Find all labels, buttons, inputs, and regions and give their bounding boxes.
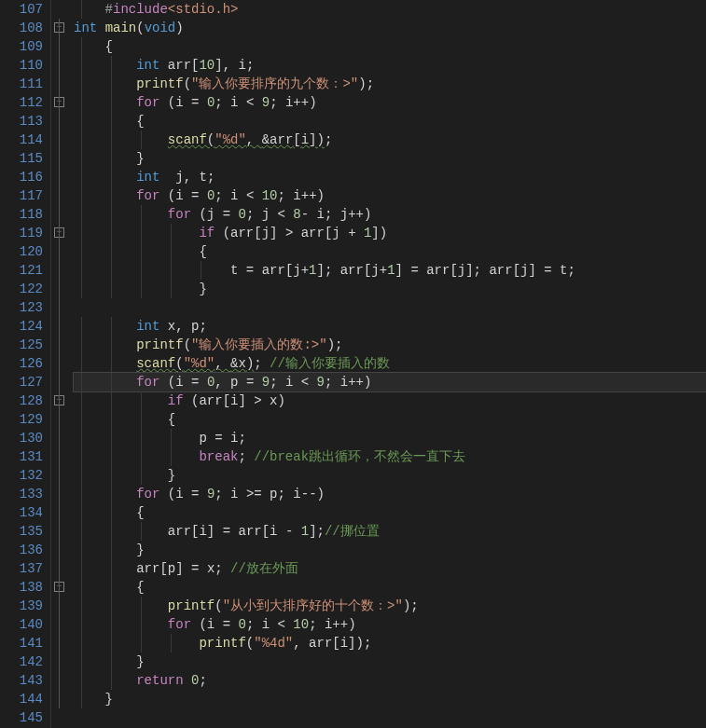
code-line[interactable]: break; //break跳出循环，不然会一直下去 bbox=[74, 447, 706, 466]
token: [ bbox=[254, 226, 261, 240]
code-line[interactable]: for (i = 0; i < 10; i++) bbox=[74, 615, 706, 634]
code-line[interactable]: for (i = 0, p = 9; i < 9; i++) bbox=[74, 373, 706, 391]
token: < bbox=[293, 375, 316, 390]
code-line[interactable] bbox=[74, 708, 706, 727]
token: ]; bbox=[309, 524, 325, 539]
token: = bbox=[207, 431, 230, 446]
code-line[interactable]: if (arr[i] > x) bbox=[74, 391, 706, 410]
token: printf bbox=[168, 598, 215, 613]
token: i bbox=[301, 132, 309, 147]
token: ; bbox=[270, 95, 285, 110]
code-line[interactable]: int main(void) bbox=[74, 19, 706, 37]
token bbox=[419, 263, 426, 278]
line-number: 110 bbox=[0, 56, 43, 75]
token: for bbox=[136, 188, 159, 203]
code-area[interactable]: #include<stdio.h>int main(void) { int ar… bbox=[70, 0, 706, 728]
token: , bbox=[215, 375, 230, 390]
code-line[interactable]: printf("输入你要排序的九个数：>"); bbox=[74, 75, 706, 93]
token: } bbox=[105, 692, 113, 707]
token bbox=[184, 673, 191, 688]
code-line[interactable]: for (i = 0; i < 9; i++) bbox=[74, 93, 706, 112]
token: ) bbox=[364, 207, 371, 222]
token: -- bbox=[301, 487, 317, 501]
token: arr bbox=[199, 393, 222, 408]
line-number: 143 bbox=[0, 671, 43, 690]
token: } bbox=[136, 654, 144, 669]
token: arr bbox=[230, 226, 254, 240]
code-line[interactable]: } bbox=[74, 541, 706, 559]
code-line[interactable]: t = arr[j+1]; arr[j+1] = arr[j]; arr[j] … bbox=[74, 261, 706, 280]
code-line[interactable]: int x, p; bbox=[74, 317, 706, 336]
token: arr bbox=[426, 263, 450, 278]
code-line[interactable]: } bbox=[74, 466, 706, 485]
code-line[interactable]: scanf("%d", &arr[i]); bbox=[74, 130, 706, 149]
line-number: 126 bbox=[0, 354, 43, 373]
code-line[interactable]: } bbox=[74, 149, 706, 168]
code-line[interactable]: } bbox=[74, 280, 706, 298]
line-number: 128 bbox=[0, 391, 43, 410]
token: i bbox=[230, 487, 238, 501]
code-line[interactable]: } bbox=[74, 652, 706, 671]
token: arr bbox=[159, 58, 191, 73]
code-line[interactable]: int arr[10], i; bbox=[74, 56, 706, 75]
code-line[interactable]: printf("%4d", arr[i]); bbox=[74, 634, 706, 652]
line-number: 120 bbox=[0, 242, 43, 261]
token: ( bbox=[159, 375, 175, 390]
token: ( bbox=[159, 95, 175, 110]
token: ) bbox=[317, 487, 325, 501]
token: { bbox=[136, 505, 144, 520]
token: ; bbox=[246, 58, 254, 73]
code-line[interactable]: for (i = 9; i >= p; i--) bbox=[74, 485, 706, 503]
token: [ bbox=[450, 263, 457, 278]
token: ; bbox=[238, 431, 245, 446]
line-number: 136 bbox=[0, 541, 43, 559]
token: } bbox=[136, 543, 144, 557]
token: x bbox=[270, 393, 277, 408]
token: 0 bbox=[238, 207, 245, 222]
token: ; bbox=[199, 673, 206, 688]
code-line[interactable]: { bbox=[74, 242, 706, 261]
token: ]); bbox=[348, 636, 371, 651]
code-line[interactable]: { bbox=[74, 578, 706, 597]
code-line[interactable]: { bbox=[74, 37, 706, 56]
code-line[interactable]: for (i = 0; i < 10; i++) bbox=[74, 186, 706, 205]
code-line[interactable]: #include<stdio.h> bbox=[74, 0, 706, 19]
code-line[interactable]: arr[i] = arr[i - 1];//挪位置 bbox=[74, 522, 706, 541]
token: x bbox=[238, 356, 245, 371]
code-line[interactable]: { bbox=[74, 503, 706, 522]
token: for bbox=[136, 95, 159, 110]
token: i bbox=[293, 487, 300, 501]
code-line[interactable]: } bbox=[74, 690, 706, 708]
token: i bbox=[262, 617, 270, 632]
code-line[interactable]: p = i; bbox=[74, 429, 706, 447]
token: "输入你要插入的数:>" bbox=[191, 337, 327, 352]
code-line[interactable]: int j, t; bbox=[74, 168, 706, 186]
token: t bbox=[560, 263, 567, 278]
code-line[interactable]: arr[p] = x; //放在外面 bbox=[74, 559, 706, 578]
code-line[interactable]: scanf("%d", &x); //输入你要插入的数 bbox=[74, 354, 706, 373]
token: include bbox=[113, 2, 168, 17]
code-line[interactable]: printf("从小到大排序好的十个数：>"); bbox=[74, 597, 706, 615]
code-line[interactable] bbox=[74, 298, 706, 317]
token: ) bbox=[309, 95, 316, 110]
token: "%4d" bbox=[254, 636, 293, 651]
code-line[interactable]: return 0; bbox=[74, 671, 706, 690]
token: , bbox=[215, 356, 230, 371]
token: j bbox=[293, 263, 300, 278]
token: < bbox=[239, 188, 262, 203]
token: j bbox=[207, 207, 215, 222]
code-line[interactable]: printf("输入你要插入的数:>"); bbox=[74, 336, 706, 354]
code-line[interactable]: for (j = 0; j < 8- i; j++) bbox=[74, 205, 706, 224]
code-editor[interactable]: 1071081091101111121131141151161171181191… bbox=[0, 0, 706, 728]
code-line[interactable]: { bbox=[74, 112, 706, 130]
code-line[interactable]: if (arr[j] > arr[j + 1]) bbox=[74, 224, 706, 242]
token: = bbox=[544, 263, 551, 278]
token: ); bbox=[358, 76, 374, 91]
token: i bbox=[317, 207, 325, 222]
line-number: 124 bbox=[0, 317, 43, 336]
line-number: 133 bbox=[0, 485, 43, 503]
token: = bbox=[410, 263, 418, 278]
fold-column[interactable]: −−−−− bbox=[51, 0, 70, 728]
code-line[interactable]: { bbox=[74, 410, 706, 429]
token: [ bbox=[513, 263, 520, 278]
